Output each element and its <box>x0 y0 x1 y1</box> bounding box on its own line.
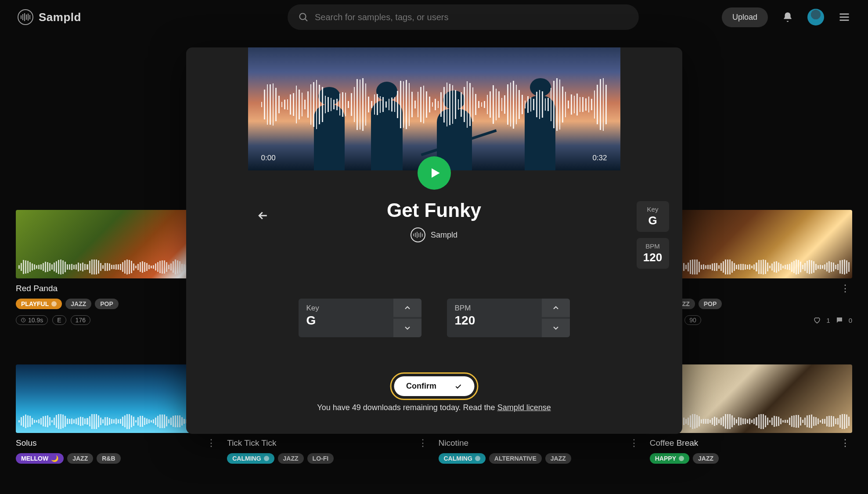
bpm-stepper-value: 120 <box>455 314 534 328</box>
time-start: 0:00 <box>261 154 276 162</box>
bpm-up-button[interactable] <box>542 299 570 317</box>
upload-button[interactable]: Upload <box>722 7 768 27</box>
card-menu-icon[interactable]: ⋮ <box>206 437 216 449</box>
genre-tag[interactable]: JAZZ <box>545 453 571 464</box>
like-count: 1 <box>826 317 830 324</box>
bpm-stepper-label: BPM <box>455 304 534 313</box>
card-menu-icon[interactable]: ⋮ <box>418 437 428 449</box>
key-up-button[interactable] <box>393 299 421 317</box>
genre-tag[interactable]: LO-FI <box>307 453 334 464</box>
search-input[interactable] <box>315 12 628 22</box>
logo-icon <box>18 9 33 25</box>
genre-tag[interactable]: JAZZ <box>693 453 719 464</box>
key-pill: E <box>52 315 66 325</box>
key-down-button[interactable] <box>393 319 421 337</box>
genre-tag[interactable]: POP <box>699 299 722 309</box>
license-link[interactable]: Sampld license <box>497 403 551 412</box>
mood-tag[interactable]: HAPPY <box>650 453 689 464</box>
duration-pill: 10.9s <box>16 315 48 325</box>
time-end: 0:32 <box>592 154 607 162</box>
svg-line-1 <box>305 19 307 21</box>
waveform-hero: 0:00 0:32 <box>248 47 620 170</box>
key-stepper: Key G <box>299 299 421 337</box>
mood-tag[interactable]: PLAYFUL <box>16 299 62 309</box>
hamburger-icon[interactable] <box>838 11 850 23</box>
logo[interactable]: Sampld <box>18 9 81 25</box>
card-menu-icon[interactable]: ⋮ <box>629 437 639 449</box>
comment-icon[interactable] <box>836 316 843 324</box>
key-stepper-value: G <box>306 314 385 328</box>
bpm-down-button[interactable] <box>542 319 570 337</box>
comment-count: 0 <box>849 317 852 324</box>
downloads-remaining: You have 49 downloads remaining today. R… <box>186 403 682 412</box>
header: Sampld Upload <box>0 0 868 34</box>
sample-author[interactable]: Sampld <box>186 227 682 242</box>
card-menu-icon[interactable]: ⋮ <box>840 283 850 294</box>
search-icon <box>298 12 309 22</box>
check-icon <box>454 382 462 390</box>
avatar[interactable] <box>807 9 824 25</box>
confirm-button[interactable]: Confirm <box>394 376 474 396</box>
play-button[interactable] <box>418 156 451 190</box>
bpm-pill: 176 <box>71 315 90 325</box>
confirm-highlight: Confirm <box>390 372 478 400</box>
heart-icon[interactable] <box>813 316 821 324</box>
genre-tag[interactable]: ALTERNATIVE <box>489 453 542 464</box>
brand-name: Sampld <box>39 11 81 24</box>
genre-tag[interactable]: JAZZ <box>65 299 91 309</box>
sample-title: Get Funky <box>186 199 682 221</box>
card-title: Solus <box>16 438 218 448</box>
genre-tag[interactable]: JAZZ <box>278 453 304 464</box>
notifications-icon[interactable] <box>782 11 793 23</box>
card-title: Nicotine <box>439 438 641 448</box>
author-name: Sampld <box>431 231 457 240</box>
mood-tag[interactable]: MELLOW 🌙 <box>16 453 64 464</box>
mood-tag[interactable]: CALMING <box>439 453 486 464</box>
key-stepper-label: Key <box>306 304 385 313</box>
card-title: Tick Tick Tick <box>227 438 429 448</box>
svg-point-0 <box>299 14 306 20</box>
info-bpm: BPM 120 <box>637 238 669 269</box>
card-menu-icon[interactable]: ⋮ <box>840 437 850 449</box>
genre-tag[interactable]: POP <box>95 299 119 309</box>
search-bar[interactable] <box>288 4 639 30</box>
download-modal: 0:00 0:32 Get Funky Sampld Key G BPM 120… <box>186 47 682 434</box>
bpm-stepper: BPM 120 <box>447 299 570 337</box>
card-title: Coffee Break <box>650 438 852 448</box>
info-key: Key G <box>637 201 669 232</box>
genre-tag[interactable]: R&B <box>97 453 120 464</box>
mood-tag[interactable]: CALMING <box>227 453 274 464</box>
genre-tag[interactable]: JAZZ <box>67 453 93 464</box>
author-icon <box>411 227 425 242</box>
bpm-pill: 90 <box>684 315 701 325</box>
